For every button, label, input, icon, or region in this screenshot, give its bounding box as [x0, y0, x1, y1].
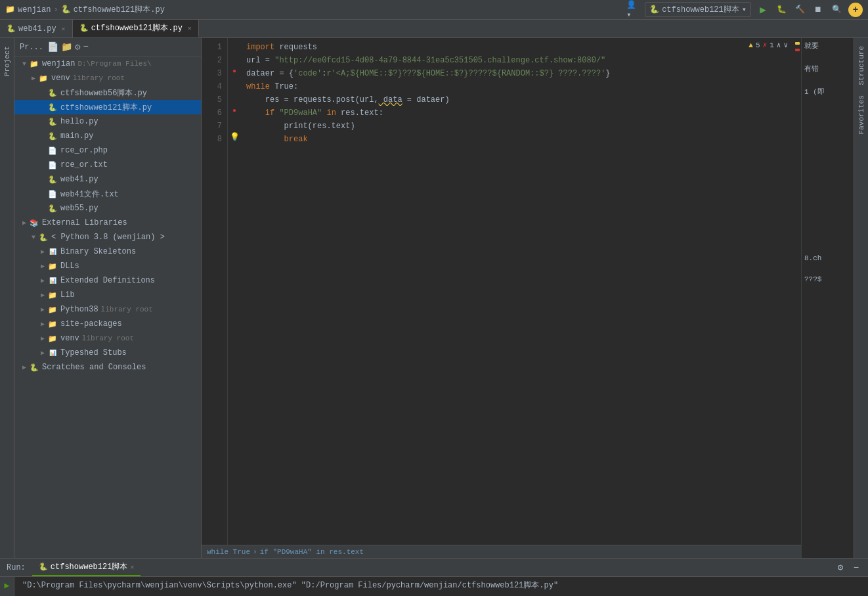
run-config-selector[interactable]: 🐍 ctfshowweb121脚本 ▾	[645, 2, 751, 17]
tree-item-web41txt[interactable]: 📄 web41文件.txt	[14, 187, 201, 201]
tree-item-venv[interactable]: 📁 venv library root	[14, 71, 201, 85]
tree-arrow-lib[interactable]	[38, 291, 47, 299]
tree-item-python38[interactable]: 🐍 < Python 3.8 (wenjian) >	[14, 230, 201, 244]
code-line-4: while True:	[246, 80, 794, 93]
debug-button[interactable]: 🐛	[775, 3, 788, 16]
py-icon-main: 🐍	[47, 131, 58, 141]
project-vertical-tab[interactable]: Project	[0, 38, 14, 558]
tree-item-hello[interactable]: 🐍 hello.py	[14, 114, 201, 129]
search-button[interactable]: 🔍	[830, 3, 843, 16]
tree-item-main[interactable]: 🐍 main.py	[14, 129, 201, 143]
tree-arrow-python38lib[interactable]	[38, 306, 47, 313]
run-label: Run:	[0, 563, 32, 572]
editor-tab-bar: 🐍 web41.py ✕ 🐍 ctfshowweb121脚本.py ✕	[0, 20, 868, 38]
tree-arrow-scratches[interactable]	[20, 363, 29, 371]
sidebar-new-folder-icon[interactable]: 📁	[61, 41, 72, 53]
error-stripe-1	[795, 49, 800, 51]
tree-arrow-extdefs[interactable]	[38, 277, 47, 285]
tree-suffix-venv: library root	[73, 74, 125, 82]
tree-item-scratches[interactable]: 🐍 Scratches and Consoles	[14, 360, 201, 375]
line-numbers: 1 2 3 4 5 6 7 8	[202, 38, 228, 545]
project-tab-label[interactable]: Project	[2, 43, 12, 79]
code-container: 1 2 3 4 5 6 7 8 ● ●	[202, 38, 801, 545]
tree-label-ctfshow121: ctfshowweb121脚本.py	[60, 102, 152, 113]
sidebar-new-file-icon[interactable]: 📄	[47, 41, 58, 53]
tree-arrow-python38[interactable]	[29, 234, 38, 241]
tree-item-python38lib[interactable]: 📁 Python38 library root	[14, 302, 201, 317]
tree-arrow-venv[interactable]	[29, 74, 38, 82]
run-play-btn[interactable]: ▶	[1, 580, 13, 591]
tree-item-typeshed[interactable]: 📊 Typeshed Stubs	[14, 346, 201, 360]
tab-ctfshow[interactable]: 🐍 ctfshowweb121脚本.py ✕	[73, 20, 199, 37]
run-toolbar: ⚙ −	[834, 561, 868, 574]
run-active-tab[interactable]: 🐍 ctfshowweb121脚本 ✕	[32, 559, 141, 576]
vertical-tabs: Structure Favorites	[854, 38, 868, 558]
tree-label-rce-txt: rce_or.txt	[60, 160, 108, 170]
warn-count: 5	[756, 41, 760, 49]
line-num-3: 3	[202, 67, 227, 80]
tab-ctfshow-label: ctfshowweb121脚本.py	[91, 22, 183, 34]
tree-arrow-sitepkgs[interactable]	[38, 320, 47, 328]
tree-item-extdefs[interactable]: 📊 Extended Definitions	[14, 273, 201, 288]
tree-label-hello: hello.py	[60, 117, 98, 126]
scratches-icon: 🐍	[29, 362, 39, 373]
sidebar-header: Pr... 📄 📁 ⚙ −	[14, 38, 201, 57]
tree-arrow-extlibs[interactable]	[20, 219, 29, 227]
tree-item-extlibs[interactable]: 📚 External Libraries	[14, 216, 201, 230]
code-editor[interactable]: import requests url = "http://ee0fcd15-4…	[241, 38, 794, 545]
php-icon-rce: 📄	[47, 145, 58, 156]
tree-item-dlls[interactable]: 📁 DLLs	[14, 259, 201, 273]
tree-item-binskel[interactable]: 📊 Binary Skeletons	[14, 244, 201, 259]
structure-tab[interactable]: Structure	[856, 43, 867, 87]
tree-arrow-venv2[interactable]	[38, 334, 47, 342]
sidebar-toolbar: 📄 📁 ⚙ −	[47, 41, 89, 53]
tab-web41-close[interactable]: ✕	[62, 25, 66, 33]
code-line-7: print(res.text)	[246, 120, 794, 133]
profile-button[interactable]: 👤▾	[626, 3, 640, 16]
tree-item-venv2[interactable]: 📁 venv library root	[14, 331, 201, 346]
breakpoint-3[interactable]: ●	[232, 68, 236, 75]
run-settings-icon[interactable]: ⚙	[834, 561, 847, 574]
tree-arrow-typeshed[interactable]	[38, 349, 47, 357]
code-line-5: res = requests.post(url, data = dataer)	[246, 93, 794, 106]
tree-item-web41[interactable]: 🐍 web41.py	[14, 172, 201, 187]
run-tab-close[interactable]: ✕	[130, 563, 134, 571]
tab-web41[interactable]: 🐍 web41.py ✕	[0, 20, 73, 37]
tree-path-wenjian: D:\Program Files\	[77, 60, 151, 68]
line-num-7: 7	[202, 120, 227, 133]
gutter-5	[228, 91, 241, 104]
tree-item-rce-txt[interactable]: 📄 rce_or.txt	[14, 158, 201, 172]
tree-item-wenjian[interactable]: 📁 wenjian D:\Program Files\	[14, 57, 201, 71]
run-button[interactable]: ▶	[756, 3, 770, 16]
tree-suffix-python38lib: library root	[101, 306, 153, 313]
build-button[interactable]: 🔨	[793, 3, 806, 16]
tree-item-lib[interactable]: 📁 Lib	[14, 288, 201, 302]
nav-down[interactable]: ∨	[783, 41, 788, 49]
tab-ctfshow-close[interactable]: ✕	[188, 24, 192, 32]
add-button[interactable]: +	[848, 3, 863, 17]
breakpoint-6[interactable]: ●	[232, 107, 236, 114]
tree-item-sitepkgs[interactable]: 📁 site-packages	[14, 317, 201, 331]
py-icon-ctfshow56: 🐍	[47, 87, 58, 98]
sidebar-minimize-icon[interactable]: −	[83, 41, 88, 53]
bulb-8[interactable]: 💡	[230, 132, 240, 142]
sidebar-settings-icon[interactable]: ⚙	[75, 41, 80, 53]
line-num-2: 2	[202, 54, 227, 67]
tree-item-web55[interactable]: 🐍 web55.py	[14, 201, 201, 216]
tree-label-lib: Lib	[60, 290, 75, 300]
warn-stripe-1	[795, 42, 800, 45]
py-icon-hello: 🐍	[47, 116, 58, 127]
tree-arrow-binskel[interactable]	[38, 248, 47, 256]
tree-arrow-dlls[interactable]	[38, 262, 47, 270]
tree-item-ctfshow56[interactable]: 🐍 ctfshowweb56脚本.py	[14, 85, 201, 100]
main-layout: Project Pr... 📄 📁 ⚙ − 📁 wenjian D:\Progr…	[0, 38, 868, 558]
kw-import: import	[246, 41, 274, 54]
run-minimize-icon[interactable]: −	[850, 561, 863, 574]
tree-arrow-wenjian[interactable]	[20, 60, 29, 68]
line-num-8: 8	[202, 133, 227, 146]
stop-button[interactable]: ⏹	[812, 3, 825, 16]
favorites-tab[interactable]: Favorites	[856, 93, 867, 137]
tree-item-ctfshow121[interactable]: 🐍 ctfshowweb121脚本.py	[14, 100, 201, 114]
tree-item-rce-php[interactable]: 📄 rce_or.php	[14, 143, 201, 158]
nav-up[interactable]: ∧	[777, 41, 781, 49]
